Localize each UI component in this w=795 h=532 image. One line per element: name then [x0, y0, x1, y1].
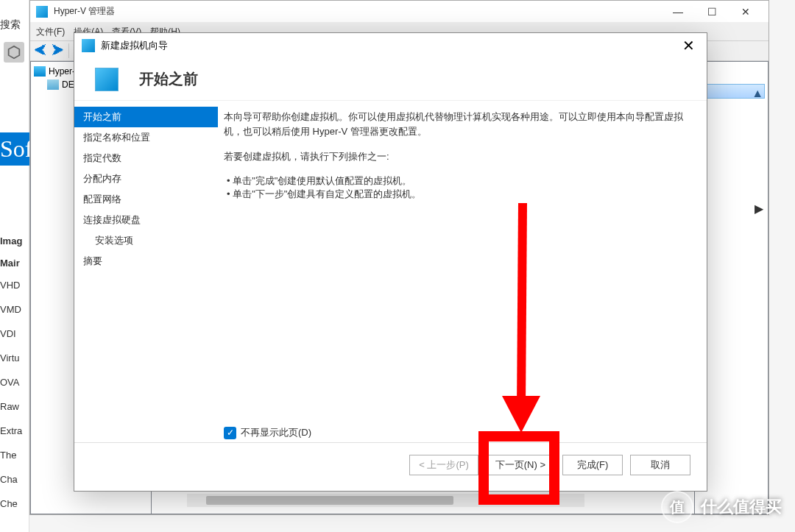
forward-button[interactable]: ⮞	[51, 43, 66, 58]
collapse-up-icon[interactable]: ▲	[752, 87, 763, 100]
left-background-strip: 搜索 Sof Imag Mair VHD VMD VDI Virtu OVA R…	[0, 0, 29, 532]
wizard-bullet-1: 单击"完成"创建使用默认值配置的虚拟机。	[227, 174, 689, 188]
smzdm-watermark: 值 什么值得买	[661, 491, 782, 523]
left-format-list: VHD VMD VDI Virtu OVA Raw Extra The Cha …	[0, 280, 29, 522]
server-icon	[34, 66, 46, 77]
list-item: VHD	[0, 280, 29, 291]
smzdm-text: 什么值得买	[701, 496, 782, 518]
menu-file[interactable]: 文件(F)	[36, 26, 65, 38]
tree-root-label: Hyper-	[49, 66, 75, 77]
list-item: Virtu	[0, 352, 29, 363]
step-before-begin[interactable]: 开始之前	[74, 107, 218, 127]
step-name-location[interactable]: 指定名称和位置	[74, 127, 218, 148]
hv-title: Hyper-V 管理器	[54, 5, 661, 18]
toolbar-separator	[68, 43, 69, 58]
wizard-app-icon	[82, 39, 95, 52]
dont-show-again-label: 不再显示此页(D)	[241, 426, 311, 439]
list-item: Raw	[0, 401, 29, 412]
close-button[interactable]: ✕	[729, 1, 763, 23]
wizard-close-button[interactable]: ✕	[677, 37, 699, 54]
step-install-options[interactable]: 安装选项	[74, 230, 218, 251]
step-network[interactable]: 配置网络	[74, 189, 218, 210]
new-vm-wizard-dialog: 新建虚拟机向导 ✕ 开始之前 开始之前 指定名称和位置 指定代数 分配内存 配置…	[74, 32, 707, 492]
smzdm-badge-icon: 值	[661, 491, 693, 523]
expand-right-icon[interactable]: ▶	[755, 202, 763, 216]
wizard-content: 本向导可帮助你创建虚拟机。你可以使用虚拟机代替物理计算机实现各种用途。可以立即使…	[218, 101, 707, 442]
hv-titlebar[interactable]: Hyper-V 管理器 — ☐ ✕	[30, 1, 768, 23]
list-item: OVA	[0, 377, 29, 388]
list-item: Che	[0, 498, 29, 509]
step-vhd[interactable]: 连接虚拟硬盘	[74, 210, 218, 230]
wizard-body: 开始之前 指定名称和位置 指定代数 分配内存 配置网络 连接虚拟硬盘 安装选项 …	[74, 101, 707, 442]
wizard-heading: 开始之前	[139, 69, 198, 89]
minimize-button[interactable]: —	[661, 1, 695, 23]
search-label: 搜索	[0, 18, 21, 32]
wizard-header-icon	[95, 68, 119, 91]
list-item: The	[0, 450, 29, 461]
wizard-title: 新建虚拟机向导	[101, 39, 677, 52]
list-item: VMD	[0, 304, 29, 315]
list-item: Extra	[0, 425, 29, 436]
left-heading-imag: Imag	[0, 235, 22, 247]
cancel-button[interactable]: 取消	[630, 455, 690, 475]
host-icon	[47, 79, 59, 90]
wizard-prompt-text: 若要创建虚拟机，请执行下列操作之一:	[224, 149, 689, 164]
prev-button: < 上一步(P)	[409, 455, 478, 475]
step-memory[interactable]: 分配内存	[74, 169, 218, 189]
scrollbar-thumb[interactable]	[206, 496, 453, 505]
left-heading-main: Mair	[0, 258, 20, 269]
wizard-intro-text: 本向导可帮助你创建虚拟机。你可以使用虚拟机代替物理计算机实现各种用途。可以立即使…	[224, 110, 689, 139]
next-button[interactable]: 下一页(N) >	[486, 455, 555, 475]
checkbox-checked-icon[interactable]: ✓	[224, 427, 236, 439]
step-generation[interactable]: 指定代数	[74, 148, 218, 169]
step-summary[interactable]: 摘要	[74, 251, 218, 272]
wizard-header: 开始之前	[74, 58, 707, 101]
finish-button[interactable]: 完成(F)	[562, 455, 623, 475]
wizard-steps-list: 开始之前 指定名称和位置 指定代数 分配内存 配置网络 连接虚拟硬盘 安装选项 …	[74, 101, 218, 442]
list-item: VDI	[0, 328, 29, 339]
maximize-button[interactable]: ☐	[695, 1, 729, 23]
wizard-button-row: < 上一步(P) 下一页(N) > 完成(F) 取消	[74, 442, 707, 486]
wizard-bullet-2: 单击"下一步"创建具有自定义配置的虚拟机。	[227, 188, 689, 201]
soft-banner: Sof	[0, 132, 29, 166]
wizard-titlebar[interactable]: 新建虚拟机向导 ✕	[74, 33, 707, 58]
dont-show-again-row[interactable]: ✓ 不再显示此页(D)	[224, 426, 311, 439]
back-button[interactable]: ⮜	[33, 43, 48, 58]
hyperv-icon	[36, 6, 48, 18]
cube-icon	[4, 42, 24, 63]
list-item: Cha	[0, 474, 29, 485]
horizontal-scrollbar[interactable]	[187, 494, 584, 507]
